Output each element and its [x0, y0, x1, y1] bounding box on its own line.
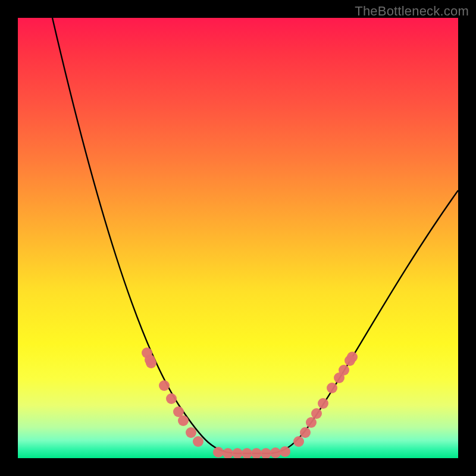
data-marker — [186, 427, 196, 438]
bottleneck-curve — [52, 18, 458, 453]
data-marker — [300, 427, 311, 438]
data-marker — [178, 415, 189, 426]
data-marker — [327, 383, 337, 393]
data-marker — [193, 436, 203, 447]
data-marker — [251, 448, 262, 458]
data-marker — [311, 408, 322, 419]
data-marker — [261, 448, 271, 458]
chart-svg — [18, 18, 458, 458]
data-marker — [223, 448, 233, 458]
data-marker — [146, 358, 156, 368]
data-marker — [318, 398, 328, 409]
data-marker — [339, 365, 349, 375]
data-marker — [159, 380, 170, 391]
data-marker — [232, 448, 243, 458]
plot-area — [18, 18, 458, 458]
data-marker — [213, 447, 224, 458]
watermark-label: TheBottleneck.com — [355, 4, 469, 19]
data-marker — [347, 352, 358, 362]
marker-layer — [142, 347, 358, 458]
data-marker — [306, 417, 317, 428]
data-marker — [280, 446, 290, 457]
data-marker — [293, 436, 304, 447]
data-marker — [242, 448, 252, 458]
data-marker — [166, 393, 177, 404]
chart-frame: TheBottleneck.com — [0, 0, 476, 476]
data-marker — [270, 447, 281, 458]
